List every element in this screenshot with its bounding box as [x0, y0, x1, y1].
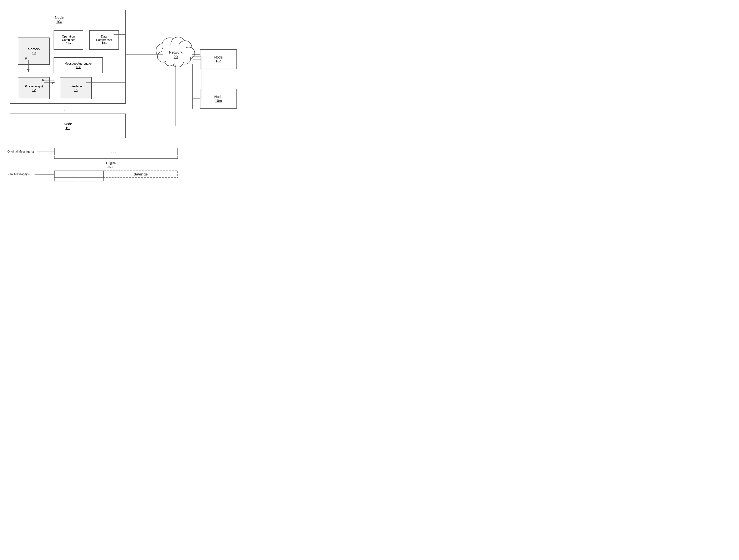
orig-dots: . . . [111, 150, 116, 154]
new-dots: . . . [77, 172, 81, 176]
network-cloud: Network 20 [156, 37, 195, 67]
node-10m-box: Node 10m [200, 89, 237, 109]
svg-point-9 [161, 45, 190, 64]
network-number: 20 [174, 54, 178, 59]
interface-box: Interface 16 [60, 77, 92, 99]
original-messages-label: Original Message(s) [7, 150, 34, 153]
savings-label: Savings [134, 172, 148, 176]
processor-box: Processor(s) 12 [18, 77, 50, 99]
msg-aggregator-box: Message Aggregator 18c [53, 57, 103, 73]
svg-rect-46 [104, 171, 178, 178]
svg-point-7 [164, 55, 175, 66]
svg-rect-45 [54, 171, 104, 178]
svg-rect-39 [54, 148, 178, 155]
svg-point-8 [157, 51, 168, 62]
svg-point-3 [178, 41, 192, 54]
svg-point-0 [156, 44, 170, 57]
node-10f-box: Node 10f [10, 114, 126, 138]
original-size-label: Original [106, 161, 116, 165]
svg-point-2 [171, 37, 186, 52]
op-combiner-box: Operation Combiner 18a [53, 30, 83, 50]
dots-between-right-nodes: ⋮⋮ [218, 72, 223, 84]
svg-point-1 [162, 38, 178, 53]
node-10a-label: Node 10a [55, 15, 64, 24]
svg-point-4 [183, 47, 195, 59]
diagram-container: Node 10a Operation Combiner 18a Data Com… [5, 5, 242, 183]
original-size-label2: Size [107, 165, 113, 168]
new-messages-label: New Message(s) [7, 172, 30, 176]
node-10a-box: Node 10a Operation Combiner 18a Data Com… [10, 10, 126, 104]
svg-point-6 [172, 55, 184, 67]
data-compressor-box: Data Compressor 18b [89, 30, 119, 50]
node-10g-box: Node 10g [200, 49, 237, 69]
network-label: Network [169, 50, 183, 54]
svg-point-5 [180, 53, 190, 64]
memory-box: Memory 14 [18, 37, 50, 65]
